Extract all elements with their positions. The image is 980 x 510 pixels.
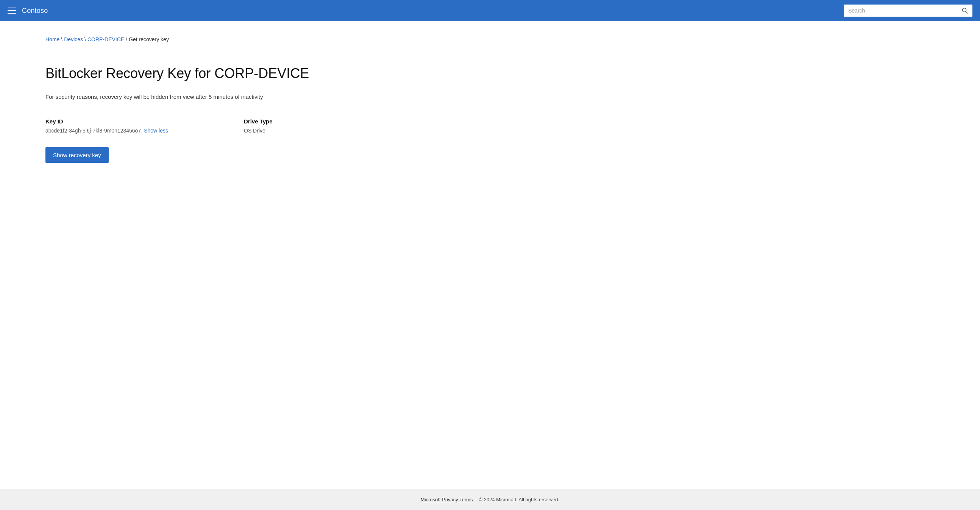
page-title: BitLocker Recovery Key for CORP-DEVICE xyxy=(45,65,935,81)
privacy-terms-link[interactable]: Microsoft Privacy Terms xyxy=(421,497,473,502)
breadcrumb-devices[interactable]: Devices xyxy=(64,37,83,43)
breadcrumb-corp-device[interactable]: CORP-DEVICE xyxy=(88,37,124,43)
search-icon xyxy=(962,8,968,14)
drive-type-value: OS Drive xyxy=(244,127,273,133)
copyright-text: © 2024 Microsoft. All rights reserved. xyxy=(479,497,560,502)
header: Contoso xyxy=(0,0,980,21)
drive-type-label: Drive Type xyxy=(244,118,273,125)
search-button[interactable] xyxy=(957,5,972,17)
key-id-value-row: abcde1f2-34gh-5i6j-7kl8-9m0n123456o7 Sho… xyxy=(45,127,168,133)
info-grid: Key ID abcde1f2-34gh-5i6j-7kl8-9m0n12345… xyxy=(45,118,935,133)
breadcrumb-home[interactable]: Home xyxy=(45,37,59,43)
search-input[interactable] xyxy=(844,5,957,17)
hamburger-menu-icon[interactable] xyxy=(8,8,16,14)
breadcrumb-separator-1: \ xyxy=(61,37,62,43)
search-container xyxy=(844,5,972,17)
drive-type-section: Drive Type OS Drive xyxy=(244,118,273,133)
app-title: Contoso xyxy=(22,7,48,15)
breadcrumb-separator-3: \ xyxy=(126,37,127,43)
footer: Microsoft Privacy Terms © 2024 Microsoft… xyxy=(0,489,980,510)
svg-line-1 xyxy=(966,12,968,14)
security-notice: For security reasons, recovery key will … xyxy=(45,94,935,100)
breadcrumb-separator-2: \ xyxy=(84,37,86,43)
key-id-label: Key ID xyxy=(45,118,168,125)
header-left: Contoso xyxy=(8,7,48,15)
key-id-value: abcde1f2-34gh-5i6j-7kl8-9m0n123456o7 xyxy=(45,127,141,133)
main-content: Home \ Devices \ CORP-DEVICE \ Get recov… xyxy=(0,21,980,489)
key-id-section: Key ID abcde1f2-34gh-5i6j-7kl8-9m0n12345… xyxy=(45,118,168,133)
breadcrumb: Home \ Devices \ CORP-DEVICE \ Get recov… xyxy=(45,37,935,43)
show-recovery-key-button[interactable]: Show recovery key xyxy=(45,147,109,163)
show-less-link[interactable]: Show less xyxy=(144,127,168,133)
breadcrumb-current: Get recovery key xyxy=(129,37,169,43)
